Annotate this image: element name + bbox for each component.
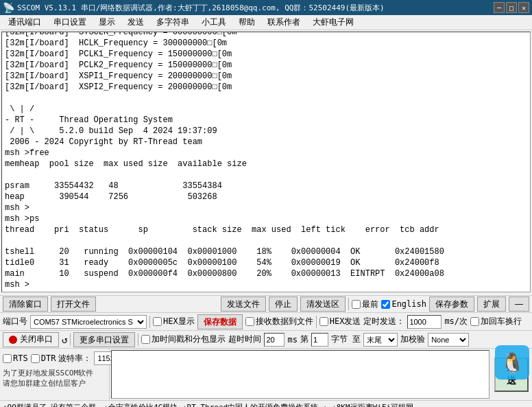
menubar-item-menu-contact[interactable]: 联系作者 <box>262 15 306 30</box>
hex-send-check[interactable] <box>319 317 328 326</box>
main-content: [32m[I/board] System Clock information□[… <box>0 30 532 295</box>
latest-checkbox-area: 最前 <box>352 299 378 310</box>
dtr-area: DTR <box>31 353 56 363</box>
timeout-input[interactable] <box>264 333 285 347</box>
latest-checkbox[interactable] <box>352 300 361 309</box>
info-text: 为了更好地发展SSCOM软件 请您加群建立创结层客户 <box>3 368 106 389</box>
timestamp-area: 加时间戳和分包显示 <box>141 334 226 345</box>
expand-btn[interactable]: 扩展 <box>477 296 506 312</box>
timed-send-label: 定时发送： <box>363 316 404 327</box>
rts-dtr-row: RTS DTR 波特率： 115200 <box>3 351 106 365</box>
stop-btn[interactable]: 停止 <box>269 296 298 312</box>
recv-file-check[interactable] <box>245 317 254 326</box>
menubar-item-menu-send[interactable]: 发送 <box>122 15 149 30</box>
timestamp-label[interactable]: 加时间戳和分包显示 <box>152 334 226 345</box>
recv-file-area: 接收数据到文件 <box>245 316 313 327</box>
titlebar-left: 📡 SSCOM V5.13.1 串口/网络数据调试器,作者:大虾丁丁,26180… <box>3 2 385 13</box>
menubar-item-menu-multistr[interactable]: 多字符串 <box>151 15 195 30</box>
red-indicator <box>9 336 17 344</box>
auto-newline-check[interactable] <box>470 317 479 326</box>
latest-label[interactable]: 最前 <box>362 299 378 310</box>
open-file-btn[interactable]: 打开文件 <box>51 296 96 312</box>
info-line2: 请您加群建立创结层客户 <box>3 378 106 388</box>
menubar-item-menu-display[interactable]: 显示 <box>93 15 121 30</box>
timeout-label: 超时时间 <box>228 334 261 345</box>
hex-display-check[interactable] <box>153 317 162 326</box>
extra-btn[interactable]: — <box>509 296 529 312</box>
hex-display-label[interactable]: HEX显示 <box>163 316 195 327</box>
checksum-label: 加校验 <box>400 334 425 345</box>
save-param-btn[interactable]: 保存参数 <box>429 296 474 312</box>
close-btn[interactable]: ✕ <box>518 2 529 13</box>
port-label: 端口号 <box>3 316 27 327</box>
menubar-item-menu-tools[interactable]: 小工具 <box>196 15 232 30</box>
menubar: 通讯端口串口设置显示发送多字符串小工具帮助联系作者大虾电子网 <box>0 15 532 30</box>
ticker-text: ▲QQ群满员了,没有第二个群。★合宙高性价比4G模块 ★RT-Thread中国人… <box>3 402 413 407</box>
byte-label: 字节 至 <box>331 334 361 345</box>
bottom-area: RTS DTR 波特率： 115200 为了更好地发展SSCOM软件 请您加群建… <box>0 349 532 400</box>
page-label: 第 <box>300 334 309 345</box>
ms-label: ms/次 <box>444 316 468 327</box>
menubar-item-menu-comm[interactable]: 通讯端口 <box>3 15 47 30</box>
dtr-check[interactable] <box>31 354 40 363</box>
english-checkbox-area: English <box>381 299 426 309</box>
baud-label: 波特率： <box>58 353 91 364</box>
titlebar: 📡 SSCOM V5.13.1 串口/网络数据调试器,作者:大虾丁丁,26180… <box>0 0 532 15</box>
auto-newline-label[interactable]: 加回车换行 <box>481 316 522 327</box>
close-port-btn[interactable]: 关闭串口 <box>3 332 59 347</box>
menubar-item-menu-serial[interactable]: 串口设置 <box>48 15 92 30</box>
hex-send-label[interactable]: HEX发送 <box>330 316 361 327</box>
ticker-bar: ▲QQ群满员了,没有第二个群。★合宙高性价比4G模块 ★RT-Thread中国人… <box>0 400 532 407</box>
rts-label[interactable]: RTS <box>13 353 28 363</box>
save-data-btn[interactable]: 保存数据 <box>197 314 243 329</box>
clear-window-btn[interactable]: 清除窗口 <box>3 296 48 312</box>
toolbar-row: 清除窗口 打开文件 发送文件 停止 清发送区 最前 English 保存参数 扩… <box>0 295 532 313</box>
minimize-btn[interactable]: ─ <box>494 2 505 13</box>
app-title: SSCOM V5.13.1 串口/网络数据调试器,作者:大虾丁丁,2618058… <box>17 3 385 13</box>
send-area <box>110 349 491 400</box>
close-port-label: 关闭串口 <box>20 334 53 345</box>
terminal[interactable]: [32m[I/board] System Clock information□[… <box>1 32 531 292</box>
timed-send-input[interactable] <box>407 315 442 329</box>
left-panel: RTS DTR 波特率： 115200 为了更好地发展SSCOM软件 请您加群建… <box>0 349 110 400</box>
main-area: [32m[I/board] System Clock information□[… <box>0 30 532 295</box>
clear-send-btn[interactable]: 清发送区 <box>300 296 346 312</box>
menubar-item-menu-help[interactable]: 帮助 <box>233 15 261 30</box>
timestamp-check[interactable] <box>141 335 150 344</box>
end-select[interactable]: 末尾 <box>363 333 398 347</box>
rts-check[interactable] <box>3 354 12 363</box>
refresh-icon[interactable]: ↺ <box>62 334 67 345</box>
send-textarea[interactable] <box>111 350 489 399</box>
qq-penguin-icon: 🐧 <box>500 351 524 374</box>
menubar-item-menu-website[interactable]: 大虾电子网 <box>307 15 359 30</box>
port-select[interactable]: COM57 STMicroelectronics S <box>30 315 147 329</box>
maximize-btn[interactable]: □ <box>506 2 517 13</box>
titlebar-controls: ─ □ ✕ <box>494 2 529 13</box>
info-line1: 为了更好地发展SSCOM软件 <box>3 368 106 378</box>
english-checkbox[interactable] <box>381 300 390 309</box>
page-input[interactable] <box>311 333 328 347</box>
send-file-btn[interactable]: 发送文件 <box>221 296 266 312</box>
ms2-label: ms <box>287 335 297 345</box>
app-icon: 📡 <box>3 2 14 13</box>
hex-send-area: HEX发送 <box>319 316 361 327</box>
qq-icon[interactable]: 🐧 <box>495 345 529 380</box>
auto-newline-area: 加回车换行 <box>470 316 522 327</box>
controls-row2: 关闭串口 ↺ 更多串口设置 加时间戳和分包显示 超时时间 ms 第 字节 至 末… <box>0 331 532 349</box>
recv-file-label[interactable]: 接收数据到文件 <box>256 316 313 327</box>
hex-display-area: HEX显示 <box>153 316 195 327</box>
dtr-label[interactable]: DTR <box>41 353 56 363</box>
more-ports-btn[interactable]: 更多串口设置 <box>73 332 135 347</box>
controls-row1: 端口号 COM57 STMicroelectronics S HEX显示 保存数… <box>0 313 532 331</box>
rts-area: RTS <box>3 353 28 363</box>
checksum-select[interactable]: None <box>428 333 469 347</box>
english-label[interactable]: English <box>391 299 426 309</box>
